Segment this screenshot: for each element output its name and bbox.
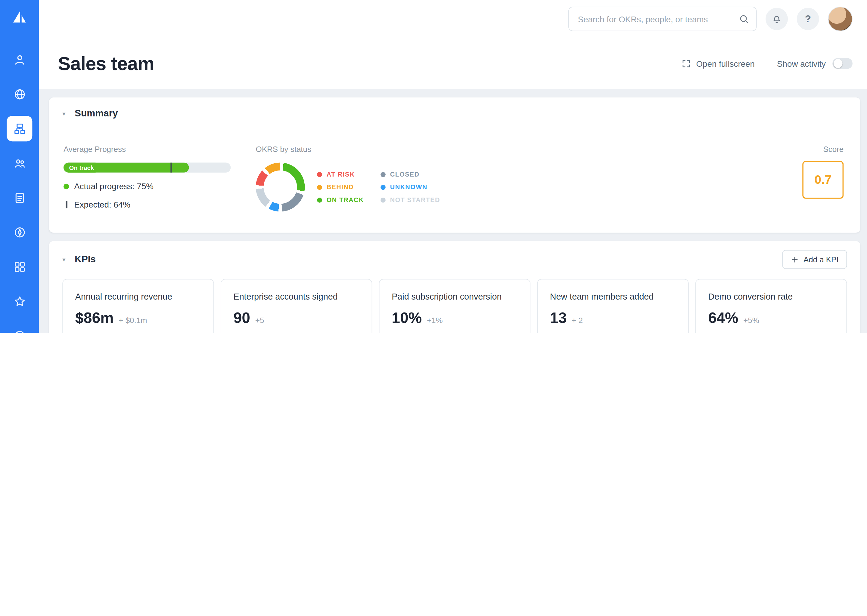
kpi-title: Paid subscription conversion	[392, 292, 517, 302]
user-avatar[interactable]	[828, 6, 852, 31]
average-progress-label: Average Progress	[63, 145, 256, 154]
legend-item: AT RISK	[317, 171, 364, 178]
top-bar: ?	[39, 0, 867, 38]
expected-progress-text: Expected: 64%	[74, 200, 130, 209]
expected-marker-icon	[66, 201, 68, 208]
kpi-delta: + $0.1m	[118, 316, 147, 325]
show-activity-control: Show activity	[777, 59, 826, 68]
kpi-delta: +1%	[427, 316, 443, 325]
kpi-title: New team members added	[550, 292, 676, 302]
org-chart-icon	[13, 122, 26, 135]
app-logo[interactable]	[10, 8, 29, 27]
bell-icon	[771, 13, 782, 24]
kpi-value: $86m	[75, 310, 114, 327]
kpis-title: KPIs	[75, 254, 96, 265]
open-fullscreen-button[interactable]: Open fullscreen	[681, 59, 755, 68]
document-icon	[13, 191, 26, 204]
collapse-caret-icon[interactable]: ▾	[62, 110, 69, 117]
score-block: Score 0.7	[802, 145, 843, 211]
sidebar-item-team-okrs[interactable]	[6, 116, 32, 141]
question-mark-icon: ?	[805, 13, 811, 25]
kpi-card[interactable]: Demo conversion rate 64%+5% Increase dem…	[695, 279, 847, 333]
sidebar-item-profile[interactable]	[6, 47, 32, 72]
collapse-caret-icon[interactable]: ▾	[62, 256, 69, 263]
actual-progress-dot	[63, 184, 69, 189]
average-progress-block: Average Progress On track Actual progres…	[63, 145, 256, 211]
kpi-card[interactable]: Enterprise accounts signed 90+5 Onboard …	[221, 279, 372, 333]
kpi-delta: +5%	[743, 316, 759, 325]
expected-marker	[170, 162, 172, 172]
kpi-title: Annual recurring revenue	[75, 292, 201, 302]
kpi-delta: +5	[255, 316, 264, 325]
progress-status-pill: On track	[63, 162, 100, 172]
sidebar	[0, 0, 39, 333]
kpi-title: Demo conversion rate	[708, 292, 834, 302]
sidebar-item-explore[interactable]	[6, 81, 32, 107]
okrs-by-status-label: OKRS by status	[256, 145, 440, 154]
kpi-value: 13	[550, 310, 567, 327]
score-value: 0.7	[814, 173, 831, 187]
kpi-card[interactable]: New team members added 13+ 2 Hire 16 new…	[537, 279, 689, 333]
kpi-value: 10%	[392, 310, 422, 327]
sidebar-item-favorites[interactable]	[6, 288, 32, 314]
kpi-card[interactable]: Annual recurring revenue $86m+ $0.1m Inc…	[62, 279, 214, 333]
page-title: Sales team	[58, 53, 154, 74]
kpi-delta: + 2	[572, 316, 583, 325]
star-icon	[13, 295, 26, 308]
sidebar-item-notes[interactable]	[6, 185, 32, 210]
sidebar-item-help[interactable]	[6, 323, 32, 333]
summary-card: ▾ Summary Average Progress On track A	[49, 97, 861, 233]
actual-progress-text: Actual progress: 75%	[74, 181, 153, 191]
title-bar: Sales team Open fullscreen Show activity	[39, 38, 867, 89]
apps-grid-icon	[13, 260, 26, 273]
okrs-by-status-block: OKRS by status AT RISK BEHIND ON TRACK	[256, 145, 440, 211]
show-activity-toggle[interactable]	[832, 58, 853, 69]
summary-title: Summary	[75, 108, 118, 119]
legend-item: UNKNOWN	[380, 184, 440, 190]
kpi-value: 90	[233, 310, 251, 327]
score-label: Score	[823, 145, 844, 154]
compass-icon	[13, 226, 26, 239]
add-kpi-label: Add a KPI	[804, 255, 839, 264]
plus-icon	[791, 255, 799, 264]
fullscreen-icon	[681, 59, 691, 68]
legend-item: BEHIND	[317, 184, 364, 190]
global-search[interactable]	[568, 6, 757, 31]
search-icon	[739, 14, 749, 24]
legend-item: CLOSED	[380, 171, 440, 178]
team-icon	[13, 157, 26, 170]
sidebar-item-apps[interactable]	[6, 254, 32, 280]
search-input[interactable]	[577, 14, 739, 24]
ally-logo-icon	[11, 9, 28, 26]
status-donut	[256, 162, 305, 211]
globe-icon	[13, 88, 26, 101]
notifications-button[interactable]	[766, 8, 788, 30]
legend-item: NOT STARTED	[380, 196, 440, 203]
open-fullscreen-label: Open fullscreen	[696, 59, 754, 68]
score-value-box: 0.7	[802, 161, 843, 199]
add-kpi-button[interactable]: Add a KPI	[782, 250, 847, 269]
help-button[interactable]: ?	[797, 8, 819, 30]
kpi-value: 64%	[708, 310, 738, 327]
app-window: ? Sales team Open fullscreen Show activi…	[0, 0, 867, 333]
kpi-title: Enterprise accounts signed	[233, 292, 359, 302]
legend-item: ON TRACK	[317, 196, 364, 203]
average-progress-bar: On track	[63, 162, 230, 172]
sidebar-item-teams[interactable]	[6, 150, 32, 176]
help-icon	[13, 329, 26, 333]
sidebar-item-explore-okrs[interactable]	[6, 219, 32, 245]
user-icon	[13, 53, 26, 66]
kpi-card[interactable]: Paid subscription conversion 10%+1% Conv…	[379, 279, 530, 333]
show-activity-label: Show activity	[777, 59, 826, 68]
page-content: ▾ Summary Average Progress On track A	[39, 89, 867, 333]
status-legend: AT RISK BEHIND ON TRACK CLOSED UNKNOWN N…	[317, 171, 440, 203]
kpis-card: ▾ KPIs Add a KPI Annual recurring revenu…	[49, 241, 861, 333]
